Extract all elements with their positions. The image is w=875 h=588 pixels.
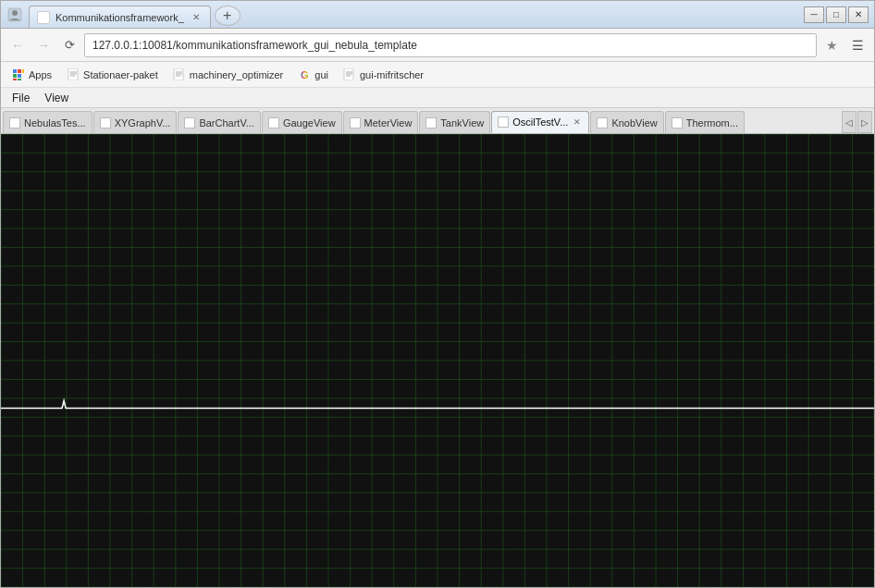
tab-oscil[interactable]: OscilTestV... ✕ <box>491 111 589 133</box>
refresh-btn[interactable]: ⟳ <box>58 34 80 56</box>
bookmark-gui[interactable]: G gui <box>292 67 334 83</box>
svg-rect-7 <box>13 79 17 80</box>
tab-title: Kommunikationsframework_ <box>55 12 184 23</box>
forward-btn[interactable]: → <box>32 34 55 56</box>
title-bar: Kommunikationsframework_ ✕ + ─ □ ✕ <box>1 1 874 29</box>
tab-close-oscil[interactable]: ✕ <box>572 116 583 128</box>
google-icon: G <box>298 68 311 81</box>
close-btn[interactable]: ✕ <box>848 6 869 23</box>
browser-window: Kommunikationsframework_ ✕ + ─ □ ✕ ← → ⟳… <box>0 0 875 588</box>
tab-scroll-left[interactable]: ◁ <box>842 111 857 133</box>
tab-thermo[interactable]: Thermom... <box>665 111 745 133</box>
bookmark-machinery[interactable]: machinery_optimizer <box>167 67 289 83</box>
svg-rect-8 <box>18 79 21 80</box>
tab-label-nebula: NebulasTes... <box>24 117 86 129</box>
oscilloscope-canvas[interactable] <box>1 134 874 587</box>
tab-knob[interactable]: KnobView <box>590 111 663 133</box>
bookmark-label-2: Stationaer-paket <box>83 69 158 80</box>
apps-grid-icon <box>12 68 25 81</box>
svg-rect-5 <box>13 74 17 78</box>
tab-label-gauge: GaugeView <box>283 117 336 129</box>
tab-scroll-controls: ◁ ▷ <box>842 111 872 133</box>
svg-rect-4 <box>22 69 24 73</box>
apps-label: Apps <box>29 69 52 80</box>
tab-favicon <box>37 11 50 24</box>
address-bar[interactable] <box>84 33 817 57</box>
tab-page-icon-xy <box>100 117 111 129</box>
bookmark-star-btn[interactable]: ★ <box>820 34 843 56</box>
window-controls: ─ □ ✕ <box>798 5 874 28</box>
tab-page-icon-bar <box>184 117 195 129</box>
bookmark-label-4: gui <box>314 69 328 80</box>
tab-label-xy: XYGraphV... <box>115 117 171 129</box>
app-tabs-row: NebulasTes... XYGraphV... BarChartV... G… <box>1 108 874 134</box>
user-icon[interactable] <box>5 5 25 24</box>
tab-nebula[interactable]: NebulasTes... <box>3 111 92 133</box>
menu-bar: File View <box>1 88 874 108</box>
bookmark-apps[interactable]: Apps <box>6 67 57 83</box>
tab-barchart[interactable]: BarChartV... <box>178 111 261 133</box>
svg-point-1 <box>12 10 18 16</box>
tab-page-icon-thermo <box>672 117 683 129</box>
tab-label-knob: KnobView <box>611 117 657 129</box>
bookmark-label-5: gui-mifritscher <box>360 69 424 80</box>
tab-page-icon-oscil <box>498 116 509 128</box>
tab-xygraph[interactable]: XYGraphV... <box>93 111 178 133</box>
page-icon-1 <box>67 68 80 81</box>
tab-page-icon-tank <box>425 117 437 129</box>
menu-view[interactable]: View <box>37 90 76 106</box>
minimize-btn[interactable]: ─ <box>804 6 824 23</box>
tab-label-tank: TankView <box>440 117 484 129</box>
back-btn[interactable]: ← <box>6 34 29 56</box>
bookmarks-bar: Apps Stationaer-paket machinery_optimize… <box>1 62 874 88</box>
bookmark-stationaer[interactable]: Stationaer-paket <box>61 67 164 83</box>
browser-tab-active[interactable]: Kommunikationsframework_ ✕ <box>29 6 211 28</box>
new-tab-btn[interactable]: + <box>215 6 240 26</box>
page-icon-3 <box>343 68 356 81</box>
svg-rect-3 <box>18 69 21 73</box>
svg-rect-6 <box>18 74 21 78</box>
tab-page-icon-knob <box>597 117 608 129</box>
tab-close-btn[interactable]: ✕ <box>190 11 203 24</box>
oscilloscope-view <box>1 134 874 587</box>
tab-area: Kommunikationsframework_ ✕ + <box>25 5 798 28</box>
page-icon-2 <box>173 68 186 81</box>
tab-gauge[interactable]: GaugeView <box>262 111 342 133</box>
chrome-menu-btn[interactable]: ☰ <box>846 34 869 56</box>
menu-file[interactable]: File <box>5 90 37 106</box>
bookmark-gui-mifritscher[interactable]: gui-mifritscher <box>338 67 429 83</box>
nav-bar: ← → ⟳ ★ ☰ <box>1 29 874 62</box>
tab-label-bar: BarChartV... <box>199 117 254 129</box>
tab-meter[interactable]: MeterView <box>343 111 419 133</box>
tab-label-thermo: Thermom... <box>686 117 738 129</box>
tab-scroll-right[interactable]: ▷ <box>857 111 872 133</box>
tab-page-icon-meter <box>350 117 361 129</box>
tab-label-oscil: OscilTestV... <box>512 116 568 128</box>
svg-rect-2 <box>13 69 17 73</box>
maximize-btn[interactable]: □ <box>826 6 846 23</box>
tab-page-icon-gauge <box>268 117 279 129</box>
tab-tank[interactable]: TankView <box>419 111 490 133</box>
tab-page-icon-nebula <box>9 117 20 129</box>
tab-label-meter: MeterView <box>364 117 413 129</box>
bookmark-label-3: machinery_optimizer <box>190 69 283 80</box>
